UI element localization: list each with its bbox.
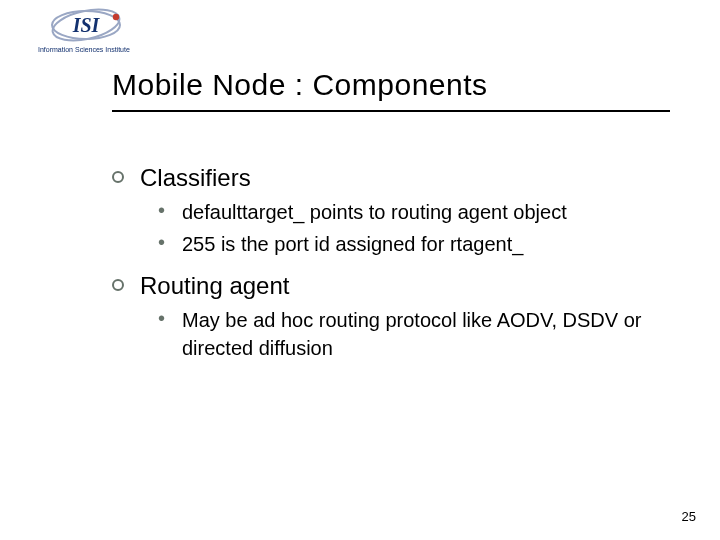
disc-bullet-icon: • [158, 306, 172, 330]
page-number: 25 [682, 509, 696, 524]
list-item: • 255 is the port id assigned for rtagen… [158, 230, 672, 258]
slide-body: Classifiers • defaulttarget_ points to r… [112, 150, 672, 370]
slide-title: Mobile Node : Components [112, 68, 488, 102]
section-routing-agent: Routing agent [112, 272, 672, 300]
logo-subtitle-text: Information Sciences Institute [38, 46, 130, 53]
list-item-text: defaulttarget_ points to routing agent o… [182, 198, 567, 226]
list-item: • May be ad hoc routing protocol like AO… [158, 306, 672, 362]
title-underline [112, 110, 670, 112]
isi-logo: ISI Information Sciences Institute [38, 8, 138, 56]
classifiers-items: • defaulttarget_ points to routing agent… [112, 198, 672, 258]
section-label: Classifiers [140, 164, 251, 192]
list-item-text: May be ad hoc routing protocol like AODV… [182, 306, 672, 362]
logo-primary-text: ISI [72, 14, 101, 36]
circle-bullet-icon [112, 279, 124, 291]
section-classifiers: Classifiers [112, 164, 672, 192]
section-label: Routing agent [140, 272, 289, 300]
disc-bullet-icon: • [158, 230, 172, 254]
routing-items: • May be ad hoc routing protocol like AO… [112, 306, 672, 362]
list-item: • defaulttarget_ points to routing agent… [158, 198, 672, 226]
svg-point-2 [113, 14, 119, 20]
disc-bullet-icon: • [158, 198, 172, 222]
circle-bullet-icon [112, 171, 124, 183]
list-item-text: 255 is the port id assigned for rtagent_ [182, 230, 523, 258]
